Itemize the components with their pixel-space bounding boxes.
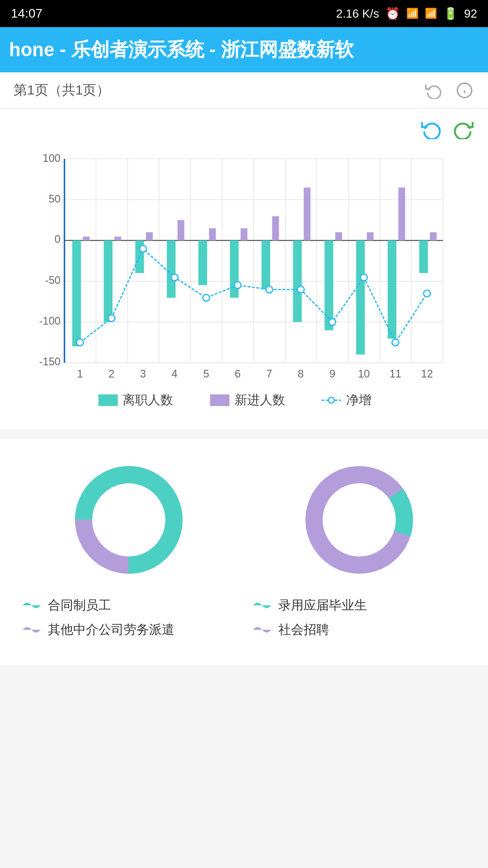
bar-join-9 (335, 232, 342, 241)
legend-item-social: 社会招聘 (253, 621, 367, 638)
net-dot-4 (171, 274, 178, 281)
legend-purple-icon-r (253, 624, 271, 635)
chart-refresh-green[interactable] (452, 118, 474, 140)
net-dot-12 (423, 290, 430, 297)
bar-join-5 (209, 228, 216, 241)
legend-item-graduate: 录用应届毕业生 (253, 597, 367, 614)
svg-text:8: 8 (298, 368, 304, 380)
legend-net-dot (328, 397, 334, 403)
bar-join-12 (430, 232, 436, 241)
donut-left: 合同制员工 其他中介公司劳务派遣 (14, 457, 244, 638)
legend-item-dispatch: 其他中介公司劳务派遣 (23, 621, 174, 638)
bar-chart-section: .grid { stroke: #ddd; stroke-width: 1; }… (0, 140, 488, 429)
donut-right-purple (314, 475, 404, 565)
bar-leave-10 (356, 241, 365, 354)
toolbar-actions (424, 80, 474, 100)
signal-icon: 📶 (406, 8, 418, 19)
net-dot-2 (108, 315, 115, 321)
clock-icon: ⏰ (385, 7, 400, 21)
svg-text:2: 2 (108, 368, 114, 380)
legend-net-label: 净增 (346, 393, 371, 407)
legend-dispatch-label: 其他中介公司劳务派遣 (48, 621, 174, 638)
bar-leave-5 (198, 241, 207, 285)
bar-chart-container: .grid { stroke: #ddd; stroke-width: 1; }… (14, 149, 474, 411)
status-time: 14:07 (11, 6, 42, 21)
legend-contract-label: 合同制员工 (48, 597, 111, 614)
donut-right-legend: 录用应届毕业生 社会招聘 (244, 597, 367, 638)
svg-text:-50: -50 (45, 274, 61, 286)
signal-icon2: 📶 (425, 8, 437, 19)
donut-right: 录用应届毕业生 社会招聘 (244, 457, 474, 638)
bar-leave-12 (419, 241, 428, 273)
app-title: hone - 乐创者演示系统 - 浙江网盛数新软 (9, 37, 354, 62)
net-dot-7 (266, 286, 272, 293)
bar-leave-11 (388, 241, 396, 339)
net-dot-10 (361, 274, 367, 281)
net-dot-5 (203, 294, 210, 301)
donut-section: 合同制员工 其他中介公司劳务派遣 录用应届毕业生 (0, 439, 488, 665)
legend-join-icon (210, 394, 230, 406)
bar-leave-2 (104, 241, 113, 322)
svg-text:3: 3 (140, 368, 146, 380)
bar-leave-7 (262, 241, 270, 289)
bar-leave-1 (72, 241, 81, 346)
legend-teal-icon (23, 600, 41, 611)
svg-text:100: 100 (43, 152, 61, 164)
donut-left-legend: 合同制员工 其他中介公司劳务派遣 (14, 597, 174, 638)
bar-join-2 (114, 236, 121, 241)
chart-toolbar (0, 108, 488, 140)
bar-join-3 (146, 232, 153, 241)
legend-leave-icon (99, 394, 118, 406)
app-header: hone - 乐创者演示系统 - 浙江网盛数新软 (0, 27, 488, 72)
svg-text:5: 5 (203, 368, 209, 380)
svg-text:4: 4 (172, 368, 178, 380)
net-dot-6 (235, 282, 241, 288)
legend-purple-icon (23, 624, 41, 635)
legend-graduate-label: 录用应届毕业生 (278, 597, 367, 614)
net-dot-3 (140, 245, 146, 252)
bar-join-7 (272, 216, 279, 241)
net-dot-11 (392, 339, 399, 346)
svg-text:10: 10 (358, 368, 370, 380)
svg-text:50: 50 (49, 193, 61, 205)
battery-icon: 🔋 (443, 7, 458, 21)
bar-leave-6 (230, 241, 239, 298)
svg-text:6: 6 (235, 368, 240, 380)
svg-text:0: 0 (55, 233, 61, 245)
toolbar: 第1页（共1页） (0, 72, 488, 108)
net-dot-8 (297, 286, 304, 293)
bar-join-8 (304, 188, 310, 241)
bar-chart-svg: .grid { stroke: #ddd; stroke-width: 1; }… (14, 149, 474, 411)
bar-leave-4 (167, 241, 175, 298)
refresh-button[interactable] (424, 80, 444, 100)
svg-text:7: 7 (266, 368, 272, 380)
battery-level: 92 (464, 7, 477, 21)
status-bar: 14:07 2.16 K/s ⏰ 📶 📶 🔋 92 (0, 0, 488, 27)
net-dot-9 (329, 319, 336, 326)
bar-leave-8 (293, 241, 301, 322)
network-speed: 2.16 K/s (336, 7, 379, 21)
net-dot-1 (76, 339, 83, 346)
legend-teal-icon-r (253, 600, 271, 611)
legend-item-contract: 合同制员工 (23, 597, 174, 614)
donut-right-svg (296, 457, 422, 583)
donut-left-svg (66, 457, 192, 583)
status-right: 2.16 K/s ⏰ 📶 📶 🔋 92 (336, 7, 477, 21)
svg-text:11: 11 (389, 368, 401, 380)
bar-join-4 (178, 220, 184, 241)
bar-join-11 (399, 188, 405, 241)
svg-text:-100: -100 (39, 315, 61, 327)
legend-leave-label: 离职人数 (122, 393, 173, 407)
info-button[interactable] (455, 80, 474, 100)
svg-text:9: 9 (329, 368, 335, 380)
svg-text:1: 1 (77, 368, 83, 380)
svg-text:12: 12 (421, 368, 433, 380)
bar-join-6 (240, 228, 247, 241)
legend-join-label: 新进人数 (235, 393, 285, 407)
bar-join-10 (367, 232, 374, 241)
svg-text:-150: -150 (39, 356, 61, 368)
chart-refresh-blue[interactable] (420, 118, 443, 140)
bar-join-1 (83, 236, 89, 241)
page-info: 第1页（共1页） (14, 81, 110, 99)
legend-social-label: 社会招聘 (278, 621, 329, 638)
